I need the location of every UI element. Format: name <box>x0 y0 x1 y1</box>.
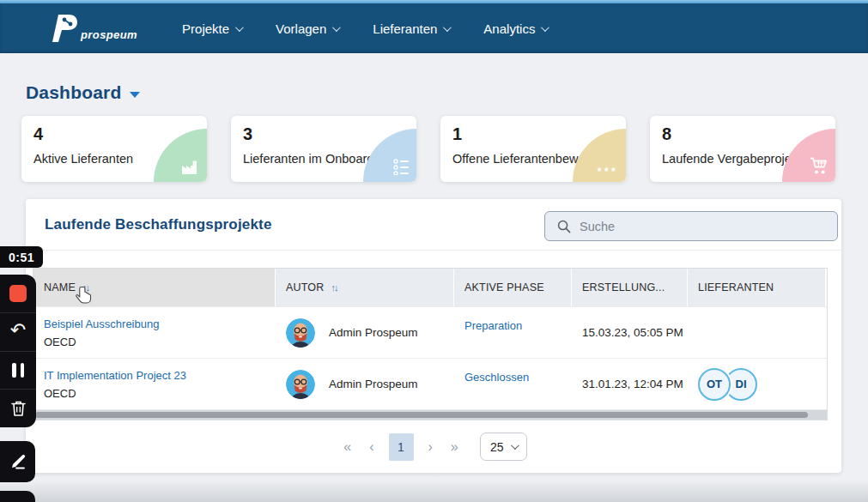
chevron-down-icon <box>332 23 341 32</box>
author-name: Admin Prospeum <box>329 326 418 339</box>
cart-icon <box>810 157 829 175</box>
nav-item-vorlagen[interactable]: Vorlagen <box>276 21 338 36</box>
column-header-name[interactable]: NAME ↑↓ <box>33 269 276 306</box>
search-box[interactable] <box>544 211 838 241</box>
phase-label[interactable]: Geschlossen <box>464 371 529 384</box>
prospeum-logo[interactable]: prospeum <box>50 13 137 44</box>
project-link[interactable]: IT Implementation Project 23 <box>44 369 186 382</box>
sort-icon: ↑↓ <box>331 282 337 293</box>
pagination: « ‹ 1 › » 25 <box>26 432 841 461</box>
bottom-gradient <box>0 480 868 502</box>
pagination-first-button[interactable]: « <box>340 439 355 455</box>
author-cell: Admin Prospeum <box>276 307 454 358</box>
pagination-last-button[interactable]: » <box>447 439 462 455</box>
nav-item-lieferanten[interactable]: Lieferanten <box>373 21 449 36</box>
project-name-cell: IT Implementation Project 23 OECD <box>33 359 276 409</box>
supplier-badge-ot[interactable]: OT <box>698 368 731 401</box>
created-cell: 31.01.23, 12:04 PM <box>572 359 688 409</box>
pause-icon <box>12 363 24 378</box>
nav-item-analytics[interactable]: Analytics <box>483 21 547 36</box>
table-row[interactable]: Beispiel Ausschreibung OECD <box>33 306 827 358</box>
projects-table: NAME ↑↓ AUTOR ↑↓ AKTIVE PHASE ERSTELLUNG… <box>33 268 828 420</box>
recorder-extra-button[interactable] <box>0 491 35 502</box>
stat-value: 4 <box>33 124 195 144</box>
table-header-row: NAME ↑↓ AUTOR ↑↓ AKTIVE PHASE ERSTELLUNG… <box>33 269 827 306</box>
delete-recording-button[interactable] <box>0 389 36 427</box>
nav-label: Vorlagen <box>276 21 326 36</box>
suppliers-cell <box>688 307 825 358</box>
pagination-current-page[interactable]: 1 <box>389 433 414 461</box>
suppliers-cell: OT DI <box>688 359 825 409</box>
supplier-badges: OT DI <box>698 368 757 401</box>
project-link[interactable]: Beispiel Ausschreibung <box>44 318 159 330</box>
dashboard-selector[interactable]: Dashboard <box>26 82 841 103</box>
column-header-lieferanten: LIEFERANTEN <box>688 269 825 306</box>
avatar <box>286 318 315 348</box>
author-name: Admin Prospeum <box>329 378 418 390</box>
stat-value: 8 <box>662 124 823 144</box>
page-content: Dashboard 4 Aktive Lieferanten 3 Liefera… <box>0 82 868 473</box>
project-org: OECD <box>44 387 76 400</box>
page-size-value: 25 <box>490 440 504 454</box>
nav-label: Analytics <box>483 21 535 36</box>
search-icon <box>557 220 571 233</box>
column-header-erstellung: ERSTELLUNG... <box>572 269 688 306</box>
project-org: OECD <box>44 336 76 348</box>
projects-panel-header: Laufende Beschaffungsprojekte <box>26 199 841 251</box>
undo-icon: ↶ <box>10 321 26 340</box>
stat-card-aktive-lieferanten[interactable]: 4 Aktive Lieferanten <box>21 116 207 182</box>
avatar <box>286 370 315 399</box>
chevron-down-icon <box>541 23 549 32</box>
projects-panel: Laufende Beschaffungsprojekte NAME ↑↓ AU… <box>26 199 841 473</box>
column-header-aktive-phase: AKTIVE PHASE <box>454 269 572 306</box>
column-label: LIEFERANTEN <box>698 281 774 293</box>
recorder-timer: 0:51 <box>0 246 43 268</box>
sort-icon: ↑↓ <box>82 282 88 293</box>
pause-recording-button[interactable] <box>0 351 36 390</box>
column-label: ERSTELLUNG... <box>582 281 665 293</box>
phase-cell: Preparation <box>454 307 572 358</box>
author-cell: Admin Prospeum <box>276 359 454 409</box>
nav-label: Lieferanten <box>373 21 437 36</box>
checklist-icon <box>392 158 410 175</box>
projects-panel-title: Laufende Beschaffungsprojekte <box>45 216 272 233</box>
stop-icon <box>9 285 27 302</box>
page-size-select[interactable]: 25 <box>480 432 527 461</box>
table-row[interactable]: IT Implementation Project 23 OECD <box>33 358 827 409</box>
trash-icon <box>10 400 27 417</box>
undo-button[interactable]: ↶ <box>0 312 36 351</box>
top-navbar: prospeum Projekte Vorlagen Lieferanten A… <box>0 3 868 53</box>
chevron-down-icon <box>235 23 244 32</box>
factory-icon <box>181 160 200 175</box>
scrollbar-thumb[interactable] <box>35 412 808 418</box>
created-cell: 15.03.23, 05:05 PM <box>572 307 688 358</box>
pagination-next-button[interactable]: › <box>425 439 436 455</box>
phase-label[interactable]: Preparation <box>464 319 522 332</box>
main-nav: Projekte Vorlagen Lieferanten Analytics <box>182 21 547 36</box>
nav-label: Projekte <box>182 21 229 36</box>
search-input[interactable] <box>580 220 829 233</box>
pencil-icon <box>9 453 27 470</box>
column-label: AKTIVE PHASE <box>464 281 544 293</box>
stop-recording-button[interactable] <box>0 275 36 312</box>
pagination-prev-button[interactable]: ‹ <box>366 439 377 455</box>
stat-card-offene-bewertungen[interactable]: 1 Offene Lieferantenbewertungen ★★★ <box>440 116 626 182</box>
chevron-down-icon <box>443 23 452 32</box>
annotate-button[interactable] <box>0 441 35 482</box>
stat-card-lieferanten-onboarding[interactable]: 3 Lieferanten im Onboarding <box>231 116 416 182</box>
project-name-cell: Beispiel Ausschreibung OECD <box>33 307 276 358</box>
phase-cell: Geschlossen <box>454 359 572 409</box>
chevron-down-icon <box>510 441 519 450</box>
nav-item-projekte[interactable]: Projekte <box>182 21 241 36</box>
column-label: NAME <box>44 281 76 293</box>
stat-value: 3 <box>243 124 404 144</box>
horizontal-scrollbar[interactable] <box>33 409 827 420</box>
dropdown-caret-icon <box>130 92 140 98</box>
recorder-toolbar: ↶ <box>0 275 36 427</box>
stars-icon: ★★★ <box>596 166 619 175</box>
stat-value: 1 <box>452 124 614 144</box>
prospeum-logo-icon <box>50 13 79 44</box>
stat-card-laufende-vergabeprojekte[interactable]: 8 Laufende Vergabeprojekte <box>650 116 835 182</box>
page-title: Dashboard <box>26 82 122 103</box>
column-header-autor[interactable]: AUTOR ↑↓ <box>276 269 454 306</box>
